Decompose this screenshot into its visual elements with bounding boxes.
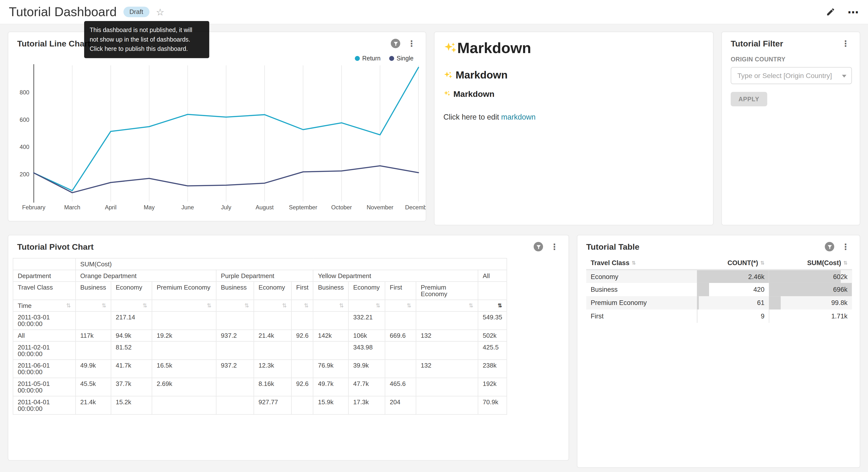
pivot-row: 2011-04-01 00:00:0021.4k15.2k927.7715.9k… [13,396,507,415]
filter-funnel-icon[interactable] [391,39,400,48]
kebab-menu-icon[interactable]: ⋮ [840,243,851,251]
x-axis-label: May [144,204,155,211]
kebab-menu-icon[interactable]: ⋮ [840,39,851,48]
pivot-cell [216,396,254,415]
filter-funnel-icon[interactable] [825,242,834,251]
sort-icon[interactable]: ⇅ [304,302,309,308]
card-header: Tutorial Pivot Chart ⋮ [8,235,568,252]
legend-item-single[interactable]: Single [390,55,414,61]
pivot-sort-cell: ⇅ [416,300,478,312]
pivot-row-dimension: Travel Class [13,282,75,300]
pivot-cell [416,342,478,360]
pivot-row-label: All [13,330,75,342]
markdown-h1: Markdown [443,40,704,57]
y-axis-label: 200 [20,171,29,178]
pivot-cell: 12.3k [254,359,291,378]
more-menu-icon[interactable]: ⋯ [847,9,859,15]
sort-icon[interactable]: ⇅ [339,302,344,308]
kebab-menu-icon[interactable]: ⋮ [406,39,417,48]
pivot-col-header: Business [75,282,111,300]
cell-travel-class: Premium Economy [586,296,697,309]
pivot-row-label: 2011-05-01 00:00:00 [13,378,75,396]
pivot-col-header: Premium Economy [152,282,216,300]
filter-body: ORIGIN COUNTRY Type or Select [Origin Co… [722,48,860,107]
sort-icon[interactable]: ⇅ [207,302,212,308]
pivot-cell: 49.7k [313,378,348,396]
pivot-sort-cell: ⇅ [75,300,111,312]
apply-button[interactable]: APPLY [731,92,767,107]
pivot-col-header: First [291,282,313,300]
pivot-row-label: 2011-04-01 00:00:00 [13,396,75,415]
pivot-cell: 92.6 [291,330,313,342]
card-header: Tutorial Filter ⋮ [722,32,860,48]
pivot-cell: 39.9k [348,359,385,378]
x-axis-label: July [221,204,231,211]
card-title: Tutorial Table [586,242,640,251]
legend-item-return[interactable]: Return [355,55,380,61]
pivot-cell: 204 [385,396,416,415]
table-column-header[interactable]: SUM(Cost)⇅ [769,257,852,269]
tooltip-line: Click here to publish this dashboard. [90,44,204,54]
legend-label: Single [397,55,413,61]
pivot-cell [291,396,313,415]
sort-icon[interactable]: ⇅ [407,302,411,308]
tooltip-line: not show up in the list of dashboards. [90,35,204,45]
select-placeholder: Type or Select [Origin Country] [738,72,832,80]
sparkles-icon [443,71,453,80]
pivot-cell: 21.4k [254,330,291,342]
pivot-cell: 15.9k [313,396,348,415]
line-chart-svg[interactable]: FebruaryMarchAprilMayJuneJulyAugustSepte… [8,62,426,215]
table-row: Economy2.46k602k [586,270,852,283]
filter-funnel-icon[interactable] [533,242,543,251]
pivot-cell [75,342,111,360]
cell-value: 99.8k [769,296,852,309]
pivot-sort-cell: ⇅ [348,300,385,312]
sort-icon[interactable]: ⇅ [102,302,106,308]
line-chart-card: Tutorial Line Chart ⋮ Return Single Febr… [8,32,427,222]
cell-travel-class: Economy [586,270,697,283]
pivot-cell: 343.98 [348,342,385,360]
markdown-h2-text: Markdown [456,69,507,82]
pivot-cell [216,342,254,360]
sort-icon[interactable]: ⇅ [282,302,287,308]
sort-icon[interactable]: ⇅ [66,302,71,308]
pivot-cell [385,359,416,378]
pivot-cell [313,312,348,330]
kebab-menu-icon[interactable]: ⋮ [549,243,560,251]
pivot-sort-cell: ⇅ [313,300,348,312]
x-axis-label: November [367,204,394,211]
table-row: Premium Economy6199.8k [586,296,852,309]
pivot-measure-row: SUM(Cost) [13,258,507,270]
legend-dot-return [355,56,360,61]
draft-badge[interactable]: Draft [123,7,149,18]
origin-country-select[interactable]: Type or Select [Origin Country] [731,67,852,84]
pivot-colnames-row: Travel ClassBusinessEconomyPremium Econo… [13,282,507,300]
table-column-header[interactable]: Travel Class⇅ [586,257,697,269]
sort-icon[interactable]: ⇅ [143,302,147,308]
sort-icon[interactable]: ⇅ [245,302,249,308]
pivot-col-header: Business [216,282,254,300]
table-header-row: Travel Class⇅COUNT(*)⇅SUM(Cost)⇅ [586,257,852,269]
edit-pencil-icon[interactable] [826,7,835,17]
table-column-header[interactable]: COUNT(*)⇅ [697,257,769,269]
sort-icon[interactable]: ⇅ [376,302,380,308]
star-icon[interactable]: ☆ [156,8,164,17]
markdown-paragraph: Click here to edit markdown [443,113,704,121]
cell-value: 696k [769,283,852,296]
pivot-row: 2011-03-01 00:00:00217.14332.21549.35 [13,312,507,330]
pivot-cell [416,396,478,415]
sort-icon[interactable]: ⇅ [498,302,502,308]
pivot-cell [254,312,291,330]
sort-icon[interactable]: ⇅ [469,302,473,308]
pivot-cell: 217.14 [111,312,152,330]
sort-icon: ⇅ [760,260,764,266]
pivot-cell [152,396,216,415]
pivot-row-label: 2011-02-01 00:00:00 [13,342,75,360]
pivot-cell: 81.52 [111,342,152,360]
sparkles-icon [443,41,457,56]
pivot-cell [254,342,291,360]
table-row: First91.71k [586,309,852,323]
markdown-content: Markdown Markdown Markdown Click here to… [434,32,713,121]
markdown-link[interactable]: markdown [501,113,536,121]
pivot-cell [291,312,313,330]
